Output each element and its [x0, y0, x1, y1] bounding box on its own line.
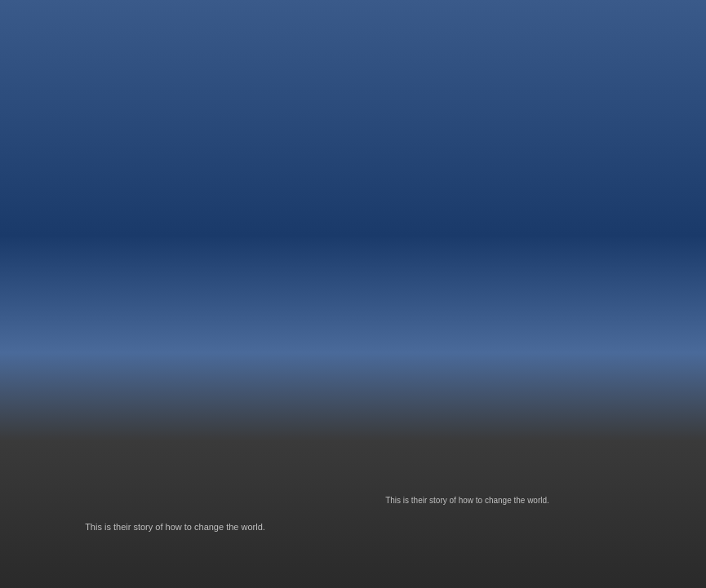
right-panel: ⚑ Alliance Labs ABOUT BLOG PROJECTS Girl…	[351, 0, 706, 588]
right-video-embed: MiB Girls Design the World Collaborative…	[367, 416, 567, 559]
right-content: Girls Design the World Megan Lantz / Aug…	[351, 35, 706, 588]
right-video-frame[interactable]: This is their story of how to change the…	[367, 456, 567, 546]
video-frame-text: This is their story of how to change the…	[85, 522, 265, 532]
right-video-frame-text: This is their story of how to change the…	[385, 496, 549, 505]
right-main-article: Girls Design the World Megan Lantz / Aug…	[351, 35, 584, 588]
